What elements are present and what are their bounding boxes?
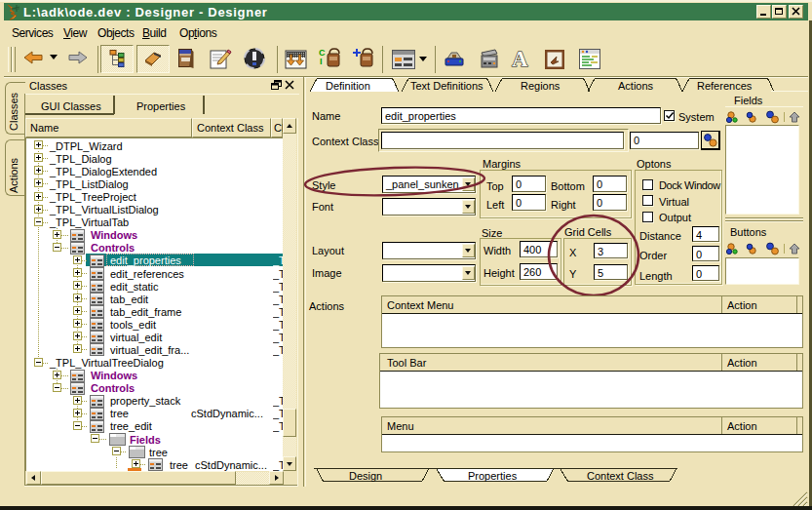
svg-text:A: A — [512, 47, 528, 70]
svg-text:I: I — [320, 57, 323, 66]
